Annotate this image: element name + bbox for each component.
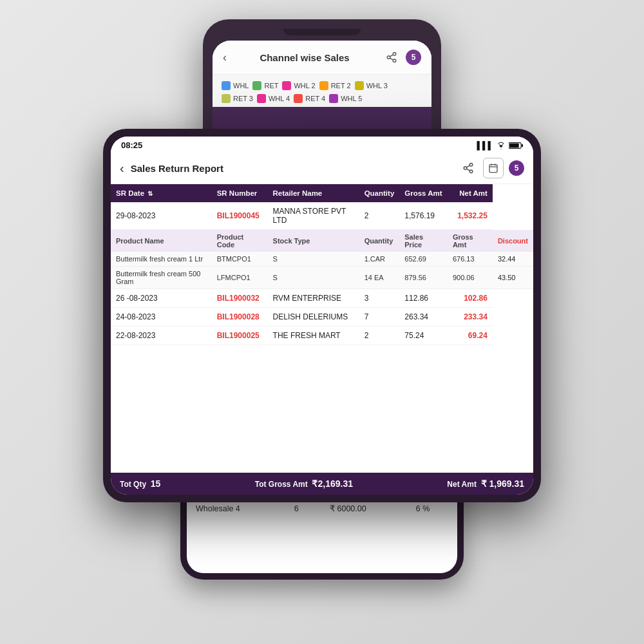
signal-icon: ▌▌▌ [477,141,493,150]
sales-return-table: SR Date ⇅ SR Number Retailer Name Quanti… [111,184,533,345]
col-net-amt: Net Amt [448,184,493,202]
cell-quantity: 2 [359,202,400,230]
legend-label-whl: WHL [233,82,249,90]
legend-label-whl2: WHL 2 [294,82,315,90]
cell-sr-date: 29-08-2023 [111,202,212,230]
cell-retailer-name: DELISH DELERIUMS [268,308,359,327]
legend-color-whl5 [329,94,338,103]
svg-point-10 [469,170,473,173]
svg-line-12 [466,166,469,167]
legend-label-whl5: WHL 5 [341,95,362,102]
footer-summary: Tot Qty 15 Tot Gross Amt ₹2,169.31 Net A… [111,473,533,495]
legend-label-whl3: WHL 3 [366,82,388,90]
cell-retailer-name: THE FRESH MART [268,327,359,345]
legend-label-ret3: RET 3 [233,95,253,102]
mid-header-right: 5 [459,158,524,178]
cell-sr-date: 22-08-2023 [111,327,212,345]
legend-label-ret2: RET 2 [331,82,351,90]
cell-quantity: 3 [359,289,400,308]
cell-gross-amt: 263.34 [399,308,448,327]
legend-label-whl4: WHL 4 [269,95,290,102]
channel-back-button[interactable]: ‹ [223,52,227,63]
legend-area: WHL RET WHL 2 RET 2 WHL 3 RET 3 [213,75,431,107]
cell-net-amt: 233.34 [448,308,493,327]
detail-gross2: 900.06 [448,267,493,289]
calendar-button[interactable] [483,158,504,178]
cell-gross-amt: 1,576.19 [399,202,448,230]
legend-ret2: RET 2 [319,81,351,90]
footer-tot-qty-value: 15 [151,478,161,489]
svg-line-3 [390,58,393,60]
mid-header-title: Sales Return Report [131,163,452,174]
cell-gross-amt: 75.24 [399,327,448,345]
svg-rect-13 [489,165,497,173]
legend-color-whl4 [257,94,266,103]
col-gross-amt: Gross Amt [399,184,448,202]
sub-col-sales-price: Sales Price [399,230,448,252]
svg-line-11 [466,169,469,171]
cell-sr-number: BIL1900032 [212,289,268,308]
footer-tot-gross-value: ₹2,169.31 [312,478,353,489]
channel-header: ‹ Channel wise Sales 5 [213,41,431,75]
table-container: SR Date ⇅ SR Number Retailer Name Quanti… [111,184,533,473]
col-sr-number: SR Number [212,184,268,202]
detail-code: BTMCPO1 [212,252,268,267]
cell-sr-number: BIL1900025 [212,327,268,345]
legend-whl5: WHL 5 [329,94,362,103]
legend-color-ret [252,81,261,90]
sort-icon[interactable]: ⇅ [147,190,153,197]
legend-color-ret3 [222,94,231,103]
sub-col-discount: Discount [493,230,533,252]
legend-color-whl2 [282,81,291,90]
channel-header-right: 5 [383,48,421,66]
detail-discount: 32.44 [493,252,533,267]
detail-discount2: 43.50 [493,267,533,289]
wifi-icon [496,142,506,149]
svg-line-4 [390,55,393,57]
cell-net-amt: 69.24 [448,327,493,345]
footer-tot-gross: Tot Gross Amt ₹2,169.31 [255,478,353,489]
sub-header-row: Product Name Product Code Stock Type Qua… [111,230,533,252]
col-retailer-name: Retailer Name [268,184,359,202]
table-row[interactable]: 22-08-2023 BIL1900025 THE FRESH MART 2 7… [111,327,533,345]
svg-rect-6 [509,143,519,147]
mid-share-button[interactable] [459,158,478,178]
legend-color-ret2 [319,81,328,90]
detail-product: Buttermilk fresh cream 1 Ltr [111,252,212,267]
detail-row: Buttermilk fresh cream 500 Gram LFMCPO1 … [111,267,533,289]
detail-qty: 1.CAR [359,252,400,267]
cell-net-amt: 102.86 [448,289,493,308]
footer-tot-qty: Tot Qty 15 [120,478,160,489]
table-row[interactable]: 24-08-2023 BIL1900028 DELISH DELERIUMS 7… [111,308,533,327]
mid-header: ‹ Sales Return Report 5 [111,153,533,184]
legend-whl3: WHL 3 [355,81,388,90]
cell-sr-number: BIL1900045 [212,202,268,230]
channel-title: Channel wise Sales [260,52,349,63]
table-row[interactable]: 26 -08-2023 BIL1900032 RVM ENTERPRISE 3 … [111,289,533,308]
legend-ret: RET [252,81,278,90]
table-row[interactable]: 29-08-2023 BIL1900045 MANNA STORE PVT LT… [111,202,533,230]
detail-product2: Buttermilk fresh cream 500 Gram [111,267,212,289]
cell-retailer-name: RVM ENTERPRISE [268,289,359,308]
footer-net-value: ₹ 1,969.31 [481,478,524,489]
cell-sr-date: 26 -08-2023 [111,289,212,308]
svg-point-8 [469,164,473,167]
battery-icon [509,142,523,149]
channel-share-button[interactable] [383,48,401,66]
col-sr-date: SR Date ⇅ [111,184,212,202]
mid-phone: 08:25 ▌▌▌ ‹ Sales Return Report [103,129,541,502]
cell-gross-amt: 112.86 [399,289,448,308]
svg-point-2 [393,59,396,62]
detail-gross: 676.13 [448,252,493,267]
legend-whl4: WHL 4 [257,94,290,103]
footer-tot-gross-label: Tot Gross Amt [255,480,308,489]
legend-color-ret4 [294,94,303,103]
mid-badge: 5 [509,160,524,176]
legend-ret4: RET 4 [294,94,325,103]
detail-code2: LFMCPO1 [212,267,268,289]
status-bar: 08:25 ▌▌▌ [111,137,533,153]
svg-point-1 [387,56,390,59]
mid-back-button[interactable]: ‹ [120,162,124,175]
sub-col-stock: Stock Type [268,230,359,252]
legend-color-whl [222,81,231,90]
